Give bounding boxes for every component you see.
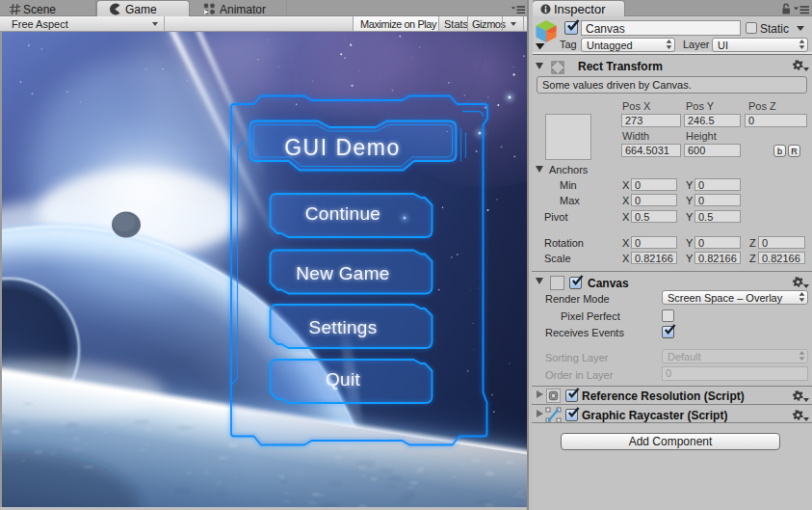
svg-text:GUI Demo: GUI Demo [284,135,401,160]
svg-text:Quit: Quit [326,369,360,389]
svg-text:Continue: Continue [305,203,380,224]
svg-text:Settings: Settings [308,317,377,337]
svg-text:New Game: New Game [296,263,389,283]
